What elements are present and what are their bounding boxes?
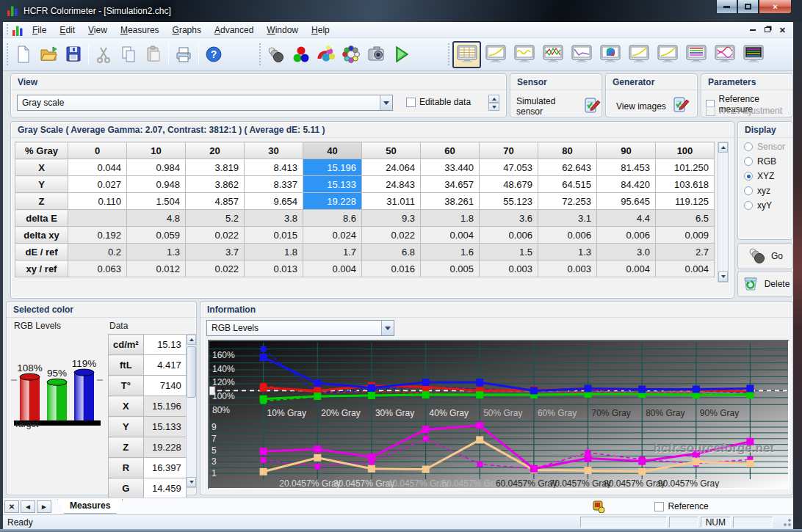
view-measures-table-button[interactable] bbox=[452, 41, 481, 68]
grayscale-cell[interactable]: 0.027 bbox=[68, 176, 127, 193]
mdi-close-button[interactable]: ✕ bbox=[779, 26, 786, 34]
grayscale-cell[interactable]: 0.063 bbox=[68, 260, 127, 277]
delete-button[interactable]: Delete bbox=[737, 271, 793, 297]
grayscale-cell[interactable]: 1.8 bbox=[245, 244, 303, 260]
scroll-down-icon[interactable] bbox=[718, 272, 728, 282]
grayscale-cell[interactable]: 81.453 bbox=[597, 159, 656, 176]
grayscale-cell[interactable]: 1.8 bbox=[421, 210, 480, 227]
grayscale-cell[interactable]: 4.857 bbox=[186, 193, 245, 210]
mdi-minimize-button[interactable] bbox=[750, 29, 756, 31]
grayscale-cell[interactable]: 8.6 bbox=[303, 210, 362, 227]
view-deltae-chart-button[interactable] bbox=[710, 41, 739, 68]
grayscale-cell[interactable]: 103.618 bbox=[656, 176, 715, 193]
grayscale-cell[interactable]: 48.679 bbox=[480, 176, 538, 193]
grayscale-cell[interactable]: 4.8 bbox=[127, 210, 186, 227]
grayscale-cell[interactable]: 0.009 bbox=[656, 227, 715, 244]
grayscale-cell[interactable]: 3.819 bbox=[186, 159, 245, 176]
display-option-xyz[interactable]: XYZ bbox=[738, 169, 792, 183]
grayscale-cell[interactable]: 72.253 bbox=[538, 193, 597, 210]
grayscale-cell[interactable]: 19.228 bbox=[303, 193, 362, 210]
grayscale-cell[interactable]: 55.123 bbox=[480, 193, 538, 210]
grayscale-col-70[interactable]: 70 bbox=[480, 142, 538, 159]
maximize-button[interactable] bbox=[737, 0, 759, 14]
measure-primaries-button[interactable] bbox=[289, 41, 314, 68]
next-tab-button[interactable]: ► bbox=[37, 500, 51, 513]
grayscale-cell[interactable]: 0.005 bbox=[421, 260, 480, 277]
view-neargray-chart-button[interactable] bbox=[567, 41, 596, 68]
scroll-down-icon[interactable] bbox=[187, 477, 196, 487]
grayscale-cell[interactable]: 0.015 bbox=[245, 227, 303, 244]
grayscale-cell[interactable]: 95.645 bbox=[597, 193, 656, 210]
close-tab-button[interactable]: ✕ bbox=[4, 500, 19, 513]
checkbox-icon[interactable] bbox=[406, 98, 416, 107]
grayscale-cell[interactable]: 1.6 bbox=[421, 244, 480, 260]
view-gamma-chart-button[interactable] bbox=[481, 41, 510, 68]
measure-full-button[interactable] bbox=[339, 41, 364, 68]
grayscale-col-30[interactable]: 30 bbox=[245, 142, 303, 159]
save-file-button[interactable] bbox=[61, 41, 86, 68]
minimize-button[interactable] bbox=[716, 0, 737, 14]
snapshot-button[interactable] bbox=[364, 41, 389, 68]
measure-secondaries-button[interactable] bbox=[314, 41, 339, 68]
grayscale-col-10[interactable]: 10 bbox=[127, 142, 186, 159]
grayscale-cell[interactable]: 15.196 bbox=[303, 159, 362, 176]
grayscale-cell[interactable]: 0.006 bbox=[538, 227, 597, 244]
grayscale-cell[interactable]: 24.064 bbox=[362, 159, 421, 176]
resize-grip[interactable] bbox=[783, 518, 792, 527]
grayscale-cell[interactable]: 15.133 bbox=[303, 176, 362, 193]
display-option-xyz[interactable]: xyz bbox=[738, 183, 792, 198]
grayscale-cell[interactable]: 0.013 bbox=[245, 260, 303, 277]
copy-button[interactable] bbox=[116, 41, 141, 68]
grayscale-col-50[interactable]: 50 bbox=[362, 142, 421, 159]
grayscale-cell[interactable]: 38.261 bbox=[421, 193, 480, 210]
grayscale-cell[interactable]: 6.8 bbox=[362, 244, 421, 260]
grayscale-cell[interactable]: 0.004 bbox=[303, 260, 362, 277]
scroll-up-icon[interactable] bbox=[187, 335, 196, 345]
grayscale-cell[interactable]: 31.011 bbox=[362, 193, 421, 210]
grayscale-cell[interactable]: 0.003 bbox=[538, 260, 597, 277]
grayscale-cell[interactable]: 33.440 bbox=[421, 159, 480, 176]
grayscale-cell[interactable]: 0.022 bbox=[186, 227, 245, 244]
chevron-down-icon[interactable] bbox=[381, 321, 394, 335]
grayscale-cell[interactable]: 0.059 bbox=[127, 227, 186, 244]
grayscale-cell[interactable]: 9.654 bbox=[245, 193, 303, 210]
grayscale-cell[interactable]: 5.2 bbox=[186, 210, 245, 227]
display-option-xyy[interactable]: xyY bbox=[738, 198, 792, 213]
grayscale-cell[interactable]: 0.004 bbox=[597, 260, 656, 277]
menu-view[interactable]: View bbox=[82, 23, 114, 37]
spin-down-icon[interactable] bbox=[488, 103, 499, 111]
grayscale-cell[interactable]: 62.643 bbox=[538, 159, 597, 176]
display-option-rgb[interactable]: RGB bbox=[738, 154, 792, 169]
grayscale-cell[interactable]: 0.022 bbox=[186, 260, 245, 277]
chevron-down-icon[interactable] bbox=[380, 95, 392, 110]
grayscale-scrollbar[interactable] bbox=[718, 142, 729, 283]
generator-config-button[interactable]: View images bbox=[616, 96, 690, 116]
grayscale-cell[interactable]: 119.125 bbox=[656, 193, 715, 210]
menu-graphs[interactable]: Graphs bbox=[166, 23, 208, 37]
grayscale-cell[interactable]: 0.004 bbox=[656, 260, 715, 277]
grayscale-cell[interactable]: 1.5 bbox=[480, 244, 538, 260]
grayscale-col-20[interactable]: 20 bbox=[186, 142, 245, 159]
grayscale-col-80[interactable]: 80 bbox=[538, 142, 597, 159]
help-button[interactable]: ? bbox=[201, 41, 226, 68]
print-button[interactable] bbox=[171, 41, 196, 68]
grayscale-col-60[interactable]: 60 bbox=[421, 142, 480, 159]
grayscale-cell[interactable]: 0.984 bbox=[127, 159, 186, 176]
grayscale-cell[interactable]: 0.2 bbox=[68, 244, 127, 260]
grayscale-cell[interactable]: 0.022 bbox=[362, 227, 421, 244]
grayscale-cell[interactable]: 4.4 bbox=[597, 210, 656, 227]
grayscale-cell[interactable]: 0.192 bbox=[68, 227, 127, 244]
grayscale-cell[interactable]: 84.420 bbox=[597, 176, 656, 193]
grayscale-cell[interactable]: 101.250 bbox=[656, 159, 715, 176]
measure-grayscale-button[interactable] bbox=[264, 41, 289, 68]
grayscale-col-100[interactable]: 100 bbox=[656, 142, 715, 159]
menu-file[interactable]: File bbox=[26, 23, 53, 37]
paste-button[interactable] bbox=[141, 41, 166, 68]
grayscale-cell[interactable]: 0.003 bbox=[480, 260, 538, 277]
cut-button[interactable] bbox=[91, 41, 116, 68]
grayscale-cell[interactable]: 0.006 bbox=[597, 227, 656, 244]
menu-help[interactable]: Help bbox=[305, 23, 336, 37]
grayscale-cell[interactable]: 24.843 bbox=[362, 176, 421, 193]
menu-advanced[interactable]: Advanced bbox=[208, 23, 260, 37]
view-curve3-chart-button[interactable] bbox=[653, 41, 682, 68]
